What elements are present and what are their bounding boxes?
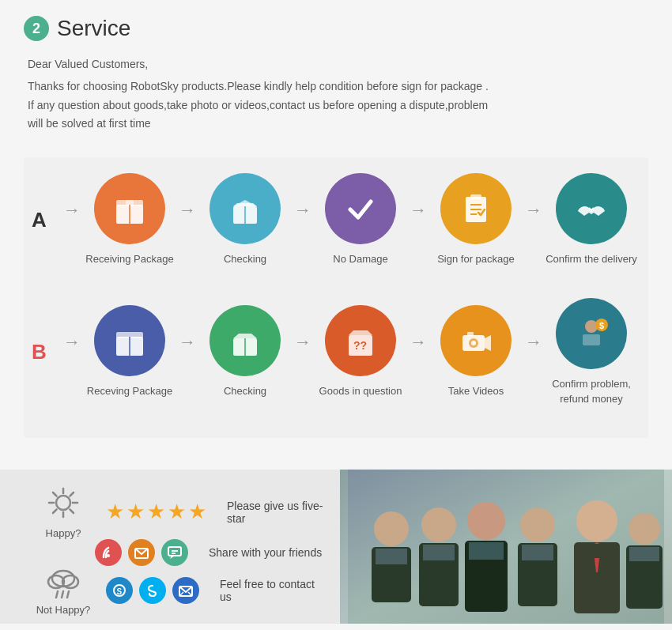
svg-point-65: [576, 500, 617, 541]
question-box-icon: ??: [341, 321, 380, 360]
step-take-videos: Take Videos: [428, 305, 523, 398]
label-receiving-package: Receiving Package: [85, 252, 173, 266]
star-row: ★ ★ ★ ★ ★: [106, 500, 206, 524]
intro-text: Dear Valued Customers, Thanks for choosi…: [24, 55, 648, 134]
label-checking-b: Checking: [224, 384, 266, 398]
label-confirm-problem: Confirm problem,refund money: [552, 377, 631, 406]
not-happy-label: Not Happy?: [32, 604, 95, 616]
svg-line-32: [53, 492, 57, 496]
share-text: Share with your friends: [209, 546, 322, 559]
label-take-videos: Take Videos: [448, 384, 504, 398]
share-icons: [95, 539, 188, 566]
star-4: ★: [168, 500, 186, 524]
svg-rect-61: [469, 542, 504, 560]
step-sign-package: Sign for package: [428, 173, 523, 266]
flow-row-a: A → Receiving Package →: [32, 173, 640, 266]
svg-point-56: [421, 507, 456, 542]
arrow-b-4: →: [525, 332, 542, 353]
circle-confirm-problem: $: [556, 298, 627, 369]
main-container: 2 Service Dear Valued Customers, Thanks …: [0, 0, 672, 470]
step-confirm-delivery: Confirm the delivery: [544, 173, 639, 266]
happy-row: Happy? ★ ★ ★ ★ ★ Please give us five-sta…: [32, 485, 324, 539]
circle-goods-question: ??: [325, 305, 396, 376]
svg-point-36: [107, 554, 110, 557]
skype-icon[interactable]: [139, 577, 166, 604]
section-header: 2 Service: [24, 16, 648, 41]
svg-marker-19: [485, 335, 491, 351]
circle-sign-package: [440, 173, 512, 244]
camera-icon: [456, 321, 496, 360]
box-indigo-icon: [110, 321, 149, 360]
svg-line-44: [56, 591, 58, 598]
refund-icon: $: [572, 314, 611, 353]
label-sign-package: Sign for package: [437, 252, 515, 266]
arrow-a-3: →: [410, 200, 427, 221]
label-goods-question: Goods in question: [319, 384, 402, 398]
star-3: ★: [147, 500, 165, 524]
svg-rect-22: [467, 332, 474, 336]
circle-receving-package: [94, 305, 165, 376]
arrow-b-1: →: [179, 332, 196, 353]
bottom-right: [340, 470, 672, 624]
star-1: ★: [106, 500, 124, 524]
section-title: Service: [57, 16, 130, 41]
svg-rect-58: [423, 545, 455, 560]
svg-rect-7: [470, 194, 481, 199]
circle-take-videos: [440, 305, 512, 376]
step-receiving-package: Receiving Package: [82, 173, 177, 266]
svg-text:S: S: [117, 587, 123, 596]
circle-checking-b: [210, 305, 281, 376]
five-star-text: Please give us five-star: [227, 500, 324, 525]
svg-point-21: [471, 341, 476, 345]
not-happy-row: Not Happy? S: [32, 566, 324, 616]
email-contact-icon[interactable]: [172, 577, 199, 604]
section-number: 2: [24, 16, 49, 41]
signal-icon[interactable]: [95, 539, 122, 566]
arrow-b-start: →: [63, 332, 81, 353]
checkmark-icon: [341, 189, 380, 228]
svg-line-34: [70, 492, 74, 496]
cloud-rain-icon: [43, 566, 83, 604]
circle-no-damage: [325, 173, 396, 244]
clipboard-icon: [456, 189, 496, 228]
team-photo: [340, 470, 672, 624]
svg-point-27: [56, 496, 70, 510]
circle-receiving-package: [94, 173, 165, 244]
sun-icon: [46, 485, 81, 527]
svg-line-33: [70, 509, 74, 513]
label-checking-a: Checking: [224, 252, 266, 266]
step-receving-package: Receving Package: [82, 305, 177, 398]
label-receving-package: Receving Package: [87, 384, 172, 398]
handshake-icon: [572, 189, 611, 228]
row-b-label: B: [32, 340, 54, 364]
flow-items-a: Receiving Package → Checking →: [82, 173, 640, 266]
bottom-left: Happy? ★ ★ ★ ★ ★ Please give us five-sta…: [0, 470, 340, 624]
arrow-b-2: →: [294, 332, 311, 353]
label-confirm-delivery: Confirm the delivery: [546, 252, 637, 266]
arrow-a-2: →: [294, 200, 311, 221]
step-goods-question: ?? Goods in question: [313, 305, 408, 398]
svg-point-62: [520, 507, 555, 542]
mail-icon[interactable]: [128, 539, 155, 566]
svg-rect-55: [376, 549, 407, 564]
chat-icon[interactable]: [161, 539, 188, 566]
svg-line-46: [67, 591, 69, 598]
intro-body: Thanks for choosing RobotSky products.Pl…: [28, 77, 648, 134]
svg-text:$: $: [599, 321, 604, 330]
circle-checking-a: [210, 173, 281, 244]
svg-text:??: ??: [353, 339, 367, 352]
step-checking-b: Checking: [198, 305, 293, 398]
share-row: Share with your friends: [95, 539, 324, 566]
step-confirm-problem: $ Confirm problem,refund money: [544, 298, 639, 406]
circle-confirm-delivery: [556, 173, 627, 244]
contact-text: Feel free to contact us: [220, 578, 324, 603]
bottom-section: Happy? ★ ★ ★ ★ ★ Please give us five-sta…: [0, 470, 672, 624]
svg-rect-64: [522, 545, 553, 560]
contact-icon-1[interactable]: S: [106, 577, 133, 604]
svg-point-69: [629, 513, 660, 545]
svg-rect-68: [577, 544, 617, 558]
greeting-text: Dear Valued Customers,: [28, 55, 648, 74]
svg-rect-24: [583, 334, 600, 345]
arrow-a-1: →: [179, 200, 196, 221]
svg-rect-71: [629, 547, 659, 561]
